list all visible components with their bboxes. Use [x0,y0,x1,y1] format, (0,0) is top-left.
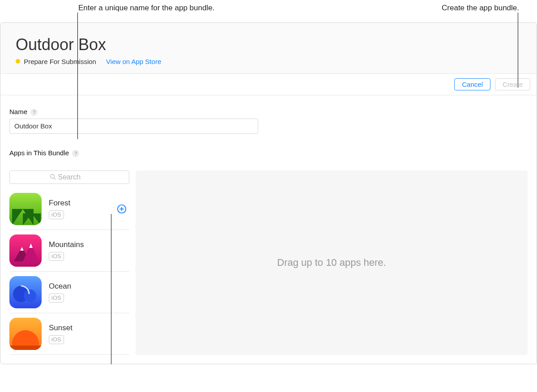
svg-marker-5 [14,247,30,261]
bundle-dropzone[interactable]: Drag up to 10 apps here. [136,170,528,355]
status-text: Prepare For Submission [24,58,96,65]
status-row: Prepare For Submission View on App Store [16,57,521,65]
dropzone-hint: Drag up to 10 apps here. [277,257,386,268]
add-app-button[interactable] [117,204,127,214]
view-on-app-store-link[interactable]: View on App Store [106,58,161,65]
help-icon[interactable]: ? [30,109,38,116]
status-dot-icon [16,59,20,64]
platform-badge: iOS [49,335,64,344]
sunset-app-icon [9,318,42,350]
platform-badge: iOS [49,252,64,261]
leader-line [111,214,111,364]
forest-app-icon [9,193,42,225]
create-button[interactable]: Create [495,78,530,90]
help-icon[interactable]: ? [72,150,79,157]
leader-line [518,13,518,88]
svg-point-0 [50,175,54,179]
svg-line-1 [54,178,55,179]
app-meta: MountainsiOS [49,240,129,261]
search-icon [50,174,56,180]
svg-marker-6 [23,243,39,261]
svg-marker-8 [29,243,33,248]
name-label-text: Name [9,108,27,115]
name-field-label: Name ? [9,108,528,116]
svg-marker-7 [20,247,24,251]
search-input[interactable] [58,173,90,181]
app-name: Ocean [49,282,129,291]
plus-circle-icon [117,204,127,214]
svg-rect-12 [9,345,42,350]
apps-label-text: Apps in This Bundle [9,149,69,157]
action-bar: Cancel Create [0,74,537,95]
app-name: Mountains [49,240,129,249]
leader-line [77,13,78,139]
search-wrap[interactable] [9,170,129,184]
page-title: Outdoor Box [16,35,521,54]
platform-badge: iOS [49,210,64,219]
ocean-app-icon [9,276,42,308]
app-meta: OceaniOS [49,282,129,303]
panel-header: Outdoor Box Prepare For Submission View … [0,23,537,74]
mountains-app-icon [9,234,42,267]
cancel-button[interactable]: Cancel [454,78,490,90]
app-name: Sunset [49,324,129,332]
form-area: Name ? Apps in This Bundle ? ForestiOSMo… [0,95,537,364]
bundle-name-input[interactable] [9,119,258,134]
apps-section-label: Apps in This Bundle ? [9,149,528,157]
apps-section: ForestiOSMountainsiOSOceaniOSSunsetiOS D… [9,170,528,355]
app-meta: SunsetiOS [49,324,129,344]
svg-point-10 [24,290,36,302]
annotation-create: Create the app bundle. [442,4,519,13]
platform-badge: iOS [49,294,64,303]
app-bundle-panel: Outdoor Box Prepare For Submission View … [0,22,537,364]
annotation-name: Enter a unique name for the app bundle. [78,4,214,13]
